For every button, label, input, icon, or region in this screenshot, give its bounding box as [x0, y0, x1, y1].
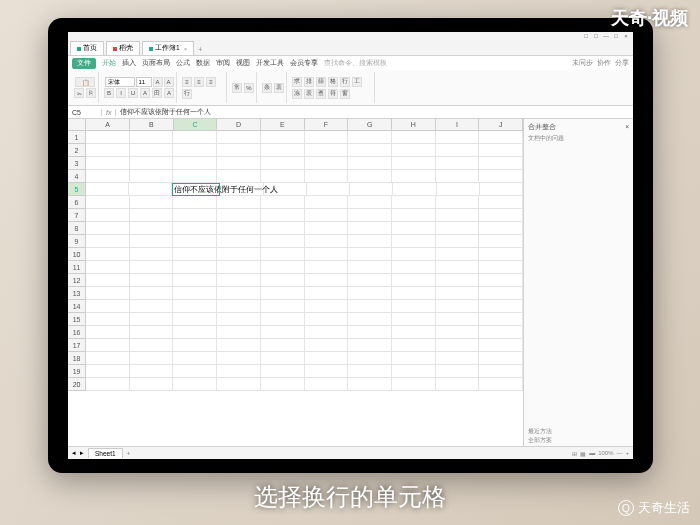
format-percent[interactable]: %	[244, 83, 254, 93]
cell-G11[interactable]	[348, 261, 392, 274]
cell-D11[interactable]	[217, 261, 261, 274]
cell-A15[interactable]	[86, 313, 130, 326]
cell-I15[interactable]	[436, 313, 480, 326]
cell-I19[interactable]	[436, 365, 480, 378]
cell-J6[interactable]	[479, 196, 523, 209]
row-header-16[interactable]: 16	[68, 326, 86, 339]
cell-C5[interactable]: 信仰不应该依附于任何一个人	[172, 183, 220, 196]
cell-G13[interactable]	[348, 287, 392, 300]
align-center[interactable]: ≡	[194, 77, 204, 87]
row-header-11[interactable]: 11	[68, 261, 86, 274]
cell-D1[interactable]	[217, 131, 261, 144]
cell-H9[interactable]	[392, 235, 436, 248]
cell-G9[interactable]	[348, 235, 392, 248]
cell-G4[interactable]	[348, 170, 392, 183]
cell-E9[interactable]	[261, 235, 305, 248]
col-header-G[interactable]: G	[348, 119, 392, 130]
cell-I17[interactable]	[436, 339, 480, 352]
cell-F19[interactable]	[305, 365, 349, 378]
select-all-corner[interactable]	[68, 119, 86, 130]
table-format[interactable]: 表	[274, 83, 284, 93]
cell-C12[interactable]	[173, 274, 217, 287]
border-button[interactable]: 田	[152, 88, 162, 98]
cell-G15[interactable]	[348, 313, 392, 326]
cell-E1[interactable]	[261, 131, 305, 144]
spreadsheet-grid[interactable]: ABCDEFGHIJ 12345信仰不应该依附于任何一个人67891011121…	[68, 119, 523, 446]
menu-review[interactable]: 审阅	[216, 59, 230, 68]
sheet-nav-prev[interactable]: ◂	[72, 449, 76, 457]
row-header-2[interactable]: 2	[68, 144, 86, 157]
cell-I9[interactable]	[436, 235, 480, 248]
cell-J9[interactable]	[479, 235, 523, 248]
cell-A20[interactable]	[86, 378, 130, 391]
cut-button[interactable]: ✂	[74, 88, 84, 98]
sheet-nav-next[interactable]: ▸	[80, 449, 84, 457]
cell-E8[interactable]	[261, 222, 305, 235]
cell-reference[interactable]: C5	[68, 109, 102, 116]
font-shrink[interactable]: A	[164, 77, 174, 87]
fx-button[interactable]: fx	[102, 109, 116, 116]
cell-J18[interactable]	[479, 352, 523, 365]
cell-B1[interactable]	[130, 131, 174, 144]
format-general[interactable]: 常	[232, 83, 242, 93]
view-normal-icon[interactable]: ⊞	[572, 450, 577, 457]
cell-D14[interactable]	[217, 300, 261, 313]
doc-tab-home[interactable]: 首页	[70, 41, 104, 55]
close-icon[interactable]: ×	[184, 46, 188, 52]
cell-D8[interactable]	[217, 222, 261, 235]
cell-J7[interactable]	[479, 209, 523, 222]
share-button[interactable]: 分享	[615, 59, 629, 68]
cell-I13[interactable]	[436, 287, 480, 300]
cell-J13[interactable]	[479, 287, 523, 300]
cell-C7[interactable]	[173, 209, 217, 222]
cell-A18[interactable]	[86, 352, 130, 365]
find-button[interactable]: 查	[316, 89, 326, 99]
cell-J4[interactable]	[479, 170, 523, 183]
cell-A16[interactable]	[86, 326, 130, 339]
col-header-I[interactable]: I	[436, 119, 480, 130]
cell-D20[interactable]	[217, 378, 261, 391]
symbol-button[interactable]: 符	[328, 89, 338, 99]
sheet-button[interactable]: 表	[304, 89, 314, 99]
cell-D10[interactable]	[217, 248, 261, 261]
menu-layout[interactable]: 页面布局	[142, 59, 170, 68]
sum-button[interactable]: 求	[292, 77, 302, 87]
cell-B2[interactable]	[130, 144, 174, 157]
cell-G12[interactable]	[348, 274, 392, 287]
cell-J10[interactable]	[479, 248, 523, 261]
menu-formula[interactable]: 公式	[176, 59, 190, 68]
cell-F13[interactable]	[305, 287, 349, 300]
cell-C3[interactable]	[173, 157, 217, 170]
cell-G2[interactable]	[348, 144, 392, 157]
cell-F7[interactable]	[305, 209, 349, 222]
cell-F1[interactable]	[305, 131, 349, 144]
cell-A4[interactable]	[86, 170, 130, 183]
cell-I4[interactable]	[436, 170, 480, 183]
cell-F18[interactable]	[305, 352, 349, 365]
cell-C6[interactable]	[173, 196, 217, 209]
cell-D16[interactable]	[217, 326, 261, 339]
cell-F9[interactable]	[305, 235, 349, 248]
doc-tab-docer[interactable]: 稻壳	[106, 41, 140, 55]
cell-C9[interactable]	[173, 235, 217, 248]
cell-J5[interactable]	[480, 183, 523, 196]
cell-D12[interactable]	[217, 274, 261, 287]
cell-A8[interactable]	[86, 222, 130, 235]
cell-D4[interactable]	[217, 170, 261, 183]
cell-B7[interactable]	[130, 209, 174, 222]
cell-I2[interactable]	[436, 144, 480, 157]
cell-B19[interactable]	[130, 365, 174, 378]
cell-I12[interactable]	[436, 274, 480, 287]
row-header-15[interactable]: 15	[68, 313, 86, 326]
cell-I18[interactable]	[436, 352, 480, 365]
cell-C17[interactable]	[173, 339, 217, 352]
cell-E16[interactable]	[261, 326, 305, 339]
cell-B9[interactable]	[130, 235, 174, 248]
row-header-19[interactable]: 19	[68, 365, 86, 378]
menu-dev[interactable]: 开发工具	[256, 59, 284, 68]
cell-B13[interactable]	[130, 287, 174, 300]
cell-E3[interactable]	[261, 157, 305, 170]
font-name-input[interactable]	[105, 77, 135, 87]
cell-C10[interactable]	[173, 248, 217, 261]
cell-G10[interactable]	[348, 248, 392, 261]
